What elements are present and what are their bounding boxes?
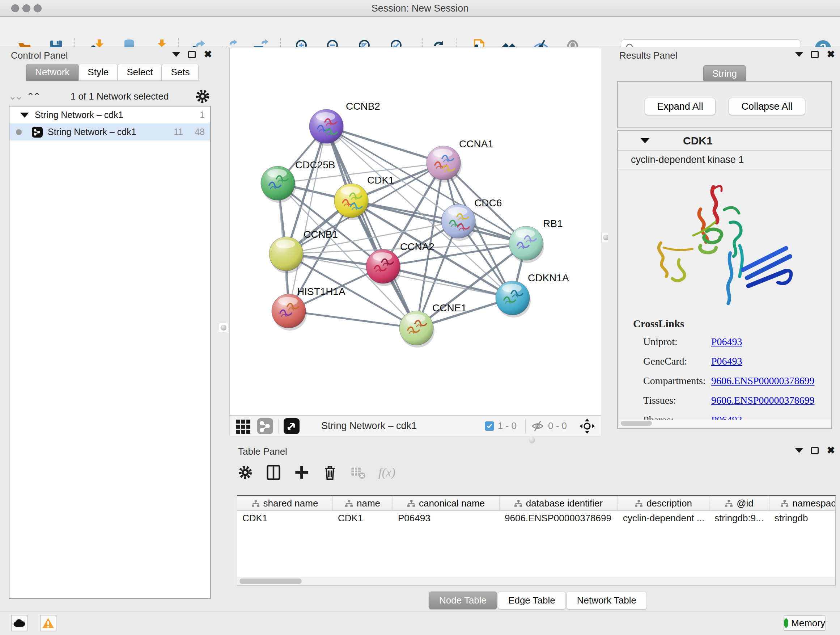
main-toolbar: ?	[0, 17, 840, 46]
tab-network[interactable]: Network	[26, 64, 79, 81]
table-panel: Table Panel ✖ f(x) shared name name cano…	[229, 444, 840, 611]
network-collection-row[interactable]: String Network – cdk1 1	[9, 106, 210, 124]
close-panel-icon[interactable]: ✖	[204, 51, 212, 58]
float-panel-icon[interactable]	[811, 51, 819, 58]
delete-trash-icon[interactable]	[322, 464, 338, 480]
network-graph[interactable]: CCNB2CCNA1CDC25BCDK1CDC6RB1CCNB1CCNA2CDK…	[230, 48, 601, 415]
close-panel-icon[interactable]: ✖	[827, 447, 835, 454]
protein-name: CDK1	[683, 135, 713, 147]
close-panel-icon[interactable]: ✖	[827, 51, 835, 58]
column-header[interactable]: database identifier	[500, 496, 618, 510]
left-splitter[interactable]	[216, 47, 229, 610]
tab-edge-table[interactable]: Edge Table	[498, 592, 566, 609]
select-columns-icon[interactable]	[265, 464, 281, 480]
node-label-CCNA2: CCNA2	[400, 241, 434, 252]
attribute-icon	[635, 500, 643, 507]
control-panel-title: Control Panel	[11, 50, 68, 61]
birdseye-toggle-icon[interactable]	[579, 418, 595, 434]
table-row[interactable]: CDK1 CDK1 P06493 9606.ENSP00000378699 cy…	[237, 511, 835, 525]
hidden-eye-slash-icon	[531, 419, 545, 433]
table-toolbar: f(x)	[237, 461, 395, 485]
crosslinks-title: CrossLinks	[633, 318, 831, 330]
node-label-CDKN1A: CDKN1A	[528, 272, 569, 283]
add-icon[interactable]	[294, 464, 309, 480]
column-header[interactable]: name	[333, 496, 393, 510]
float-panel-icon[interactable]	[188, 51, 196, 58]
expand-all-chevron-icon[interactable]: ⌃⌃	[27, 91, 40, 102]
section-disclosure-icon[interactable]	[640, 138, 650, 143]
collection-disclosure-icon[interactable]	[20, 112, 29, 118]
network-node-CCNB1: CCNB1	[269, 229, 338, 273]
birdseye-grid-icon[interactable]	[235, 418, 251, 434]
crosslink-link[interactable]: P06493	[711, 336, 742, 348]
titlebar: Session: New Session	[0, 0, 840, 17]
attribute-icon	[345, 500, 353, 507]
tab-style[interactable]: Style	[79, 64, 118, 81]
node-count: 11	[174, 127, 183, 137]
crosslink-label: Tissues:	[633, 394, 711, 406]
network-node-RB1: RB1	[509, 218, 562, 263]
node-label-RB1: RB1	[543, 218, 562, 229]
share-network-icon[interactable]	[257, 418, 273, 434]
memory-button[interactable]: Memory	[783, 616, 826, 631]
gear-icon[interactable]	[195, 88, 210, 104]
horizontal-splitter-grip[interactable]	[529, 437, 535, 443]
toolbar-separator	[278, 419, 279, 433]
column-header[interactable]: description	[618, 496, 709, 510]
collapse-all-chevron-icon[interactable]: ⌄⌄	[9, 91, 22, 102]
cloud-button[interactable]	[11, 615, 27, 631]
crosslink-link[interactable]: P06493	[711, 356, 742, 367]
panel-menu-icon[interactable]	[795, 52, 803, 57]
crosslink-label: Uniprot:	[633, 336, 711, 348]
collection-count: 1	[200, 110, 205, 120]
collapse-all-button[interactable]: Collapse All	[729, 98, 805, 115]
current-network-dot-icon	[16, 129, 22, 135]
function-builder-icon: f(x)	[378, 466, 395, 479]
cell-shared-name: CDK1	[237, 511, 333, 525]
crosslink-link[interactable]: 9606.ENSP00000378699	[711, 375, 814, 386]
table-horizontal-scrollbar[interactable]	[237, 577, 835, 585]
tab-sets[interactable]: Sets	[162, 64, 199, 81]
network-selection-bar: ⌄⌄ ⌃⌃ 1 of 1 Network selected	[9, 88, 210, 105]
column-header[interactable]: @id	[709, 496, 769, 510]
node-label-CDC25B: CDC25B	[295, 159, 335, 171]
hidden-counts: 0 - 0	[548, 420, 567, 432]
cloud-icon	[13, 619, 25, 627]
tab-string[interactable]: String	[703, 65, 746, 82]
tab-network-table[interactable]: Network Table	[567, 592, 647, 609]
float-panel-icon[interactable]	[811, 447, 819, 454]
column-header[interactable]: namespace	[769, 496, 836, 510]
panel-menu-icon[interactable]	[172, 52, 180, 57]
panel-menu-icon[interactable]	[795, 448, 803, 453]
open-in-new-window-icon[interactable]	[284, 418, 300, 434]
status-bar: Memory	[0, 611, 840, 635]
folder-icon	[19, 43, 30, 47]
crosslink-row: GeneCard: P06493	[633, 352, 831, 371]
network-row-selected[interactable]: String Network – cdk1 11 48	[9, 124, 210, 141]
warnings-button[interactable]	[40, 615, 57, 631]
tab-node-table[interactable]: Node Table	[429, 592, 497, 609]
tab-select[interactable]: Select	[118, 64, 162, 81]
crosslink-link[interactable]: 9606.ENSP00000378699	[711, 394, 814, 406]
edge-count: 48	[195, 127, 205, 137]
string-network-icon	[32, 127, 43, 138]
collection-label: String Network – cdk1	[35, 110, 123, 120]
node-label-CCNA1: CCNA1	[459, 138, 493, 149]
splitter-grip[interactable]	[219, 323, 228, 333]
attribute-icon	[781, 500, 789, 507]
cell-id: stringdb:9...	[709, 511, 769, 525]
results-scrollbar[interactable]	[619, 420, 831, 427]
gear-icon[interactable]	[237, 464, 253, 480]
expand-all-button[interactable]: Expand All	[645, 98, 715, 115]
delete-table-icon	[350, 464, 366, 480]
selected-checkbox-icon[interactable]	[485, 421, 494, 431]
column-header[interactable]: canonical name	[393, 496, 500, 510]
control-panel-tabs: Network Style Select Sets	[26, 64, 199, 81]
column-header[interactable]: shared name	[237, 496, 333, 510]
protein-description: cyclin-dependent kinase 1	[618, 150, 831, 169]
network-canvas[interactable]: CCNB2CCNA1CDC25BCDK1CDC6RB1CCNB1CCNA2CDK…	[229, 47, 601, 416]
network-selection-status: 1 of 1 Network selected	[44, 91, 195, 102]
protein-section-header[interactable]: CDK1	[618, 131, 831, 150]
memory-status-dot	[784, 618, 788, 628]
string-results-header-box: Expand All Collapse All	[617, 81, 832, 128]
